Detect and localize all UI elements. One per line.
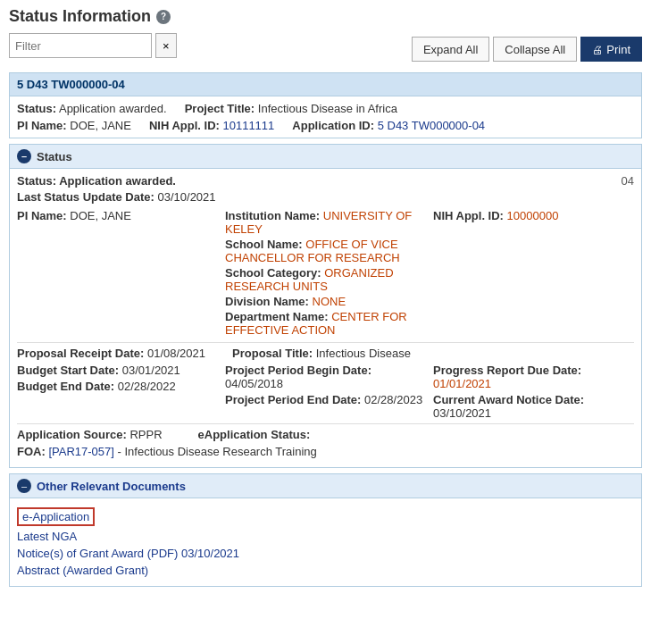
pi-value: DOE, JANE [70, 209, 131, 222]
current-award-label: Current Award Notice Date: [433, 393, 584, 406]
status-section-header: – Status [9, 144, 642, 169]
print-button[interactable]: Print [580, 37, 642, 62]
grant-header-bar: 5 D43 TW000000-04 [9, 72, 642, 96]
status-section-title: Status [37, 150, 72, 163]
foa-description: Infectious Disease Research Training [124, 445, 316, 458]
school-category-label: School Category: [225, 266, 321, 280]
application-source-value: RPPR [129, 428, 162, 441]
last-update-value: 03/10/2021 [158, 190, 216, 204]
latest-nga-link[interactable]: Latest NGA [17, 530, 77, 543]
institution-name-label: Institution Name: [225, 209, 320, 222]
pi-name-label: PI Name: [17, 119, 67, 132]
division-name-label: Division Name: [225, 295, 309, 308]
current-award-value: 03/10/2021 [433, 406, 491, 420]
grant-summary: Status: Application awarded. Project Tit… [9, 96, 642, 138]
project-title-label: Project Title: [185, 102, 255, 115]
application-source-label: Application Source: [17, 428, 127, 441]
notice-pdf-link[interactable]: Notice(s) of Grant Award (PDF) [17, 547, 178, 560]
page-title: Status Information [9, 7, 151, 26]
other-docs-title[interactable]: Other Relevant Documents [37, 480, 186, 493]
proposal-title-label: Proposal Title: [232, 347, 313, 360]
eapplication-status-label: eApplication Status: [198, 428, 311, 441]
nih-appl-value2[interactable]: 10000000 [507, 209, 559, 222]
status-label: Status: [17, 102, 56, 115]
other-docs-content: e-Application Latest NGA Notice(s) of Gr… [9, 498, 642, 587]
eapplication-link[interactable]: e-Application [17, 507, 95, 526]
filter-area: × [9, 33, 177, 58]
filter-input[interactable] [9, 33, 152, 58]
doc-item-latest-nga: Latest NGA [17, 530, 634, 543]
doc-item-abstract: Abstract (Awarded Grant) [17, 564, 634, 577]
budget-start-label: Budget Start Date: [17, 364, 119, 377]
status-bold: Status: Application awarded. [17, 174, 176, 188]
project-title-value: Infectious Disease in Africa [258, 102, 397, 115]
collapse-docs-icon[interactable]: – [17, 479, 31, 493]
notice-pdf-date[interactable]: 03/10/2021 [181, 547, 239, 560]
proposal-title-value: Infectious Disease [316, 347, 411, 360]
collapse-status-icon[interactable]: – [17, 149, 31, 163]
expand-all-button[interactable]: Expand All [412, 37, 489, 62]
filter-clear-button[interactable]: × [155, 33, 177, 58]
proposal-receipt-value: 01/08/2021 [147, 347, 205, 360]
doc-item-eapplication: e-Application [17, 507, 634, 526]
department-name-label: Department Name: [225, 310, 329, 323]
pi-name-value: DOE, JANE [70, 119, 131, 132]
foa-value[interactable]: [PAR17-057] [48, 445, 113, 458]
nih-appl-label2: NIH Appl. ID: [433, 209, 504, 222]
help-icon[interactable]: ? [156, 10, 171, 24]
budget-end-label: Budget End Date: [17, 380, 114, 393]
school-name-label: School Name: [225, 238, 303, 251]
progress-report-value[interactable]: 01/01/2021 [433, 377, 491, 390]
budget-end-value: 02/28/2022 [118, 380, 176, 393]
nih-appl-id-value[interactable]: 10111111 [222, 119, 274, 132]
project-period-end-label: Project Period End Date: [225, 393, 361, 406]
project-period-begin-label: Project Period Begin Date: [225, 364, 371, 377]
status-number: 04 [622, 174, 634, 188]
pi-label: PI Name: [17, 209, 67, 222]
abstract-link[interactable]: Abstract (Awarded Grant) [17, 564, 148, 577]
status-value: Application awarded. [59, 102, 167, 115]
collapse-all-button[interactable]: Collapse All [493, 37, 577, 62]
printer-icon [592, 43, 603, 56]
application-id-label: Application ID: [292, 119, 374, 132]
nih-appl-id-label: NIH Appl. ID: [149, 119, 220, 132]
budget-start-value: 03/01/2021 [122, 364, 180, 377]
foa-label: FOA: [17, 445, 46, 458]
doc-item-notice-pdf: Notice(s) of Grant Award (PDF) 03/10/202… [17, 547, 634, 560]
project-period-end-value: 02/28/2023 [364, 393, 422, 406]
other-docs-section-header: – Other Relevant Documents [9, 473, 642, 498]
last-update-label: Last Status Update Date: [17, 190, 154, 204]
toolbar: Expand All Collapse All Print [412, 37, 642, 62]
project-period-begin-value: 04/05/2018 [225, 377, 283, 390]
progress-report-label: Progress Report Due Date: [433, 364, 581, 377]
application-id-value[interactable]: 5 D43 TW000000-04 [378, 119, 485, 132]
proposal-receipt-label: Proposal Receipt Date: [17, 347, 144, 360]
status-section-content: Status: Application awarded. 04 Last Sta… [9, 169, 642, 468]
division-name-value[interactable]: NONE [313, 295, 346, 308]
